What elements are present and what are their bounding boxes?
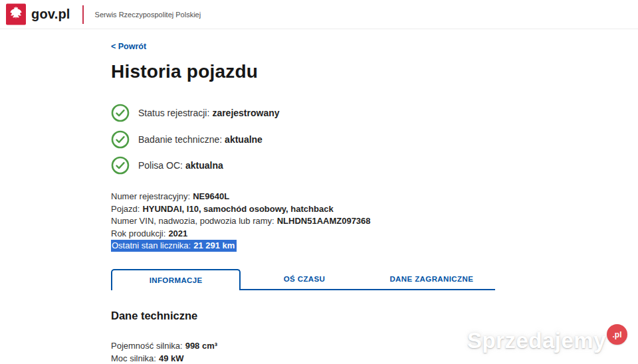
tech-value: 49 kW — [159, 353, 184, 363]
detail-value: 2021 — [168, 228, 187, 238]
tech-label: Pojemność silnika: — [111, 341, 183, 351]
check-circle-icon — [111, 104, 130, 122]
detail-production-year: Rok produkcji:2021 — [111, 228, 495, 240]
tab-os-czasu[interactable]: OŚ CZASU — [241, 269, 368, 290]
govpl-logo[interactable]: gov.pl — [0, 3, 70, 25]
tab-dane-zagraniczne[interactable]: DANE ZAGRANICZNE — [368, 269, 495, 290]
tab-bar: INFORMACJE OŚ CZASU DANE ZAGRANICZNE — [111, 269, 495, 290]
main-content: < Powrót Historia pojazdu Status rejestr… — [111, 29, 495, 364]
detail-label: Pojazd: — [111, 204, 140, 214]
status-value: aktualna — [185, 160, 223, 171]
tech-engine-capacity: Pojemność silnika:998 cm³ — [111, 339, 495, 352]
status-label: Badanie techniczne: — [138, 134, 222, 145]
status-registration: Status rejestracji:zarejestrowany — [111, 104, 495, 122]
detail-value: NE9640L — [193, 191, 229, 201]
top-header: gov.pl Serwis Rzeczypospolitej Polskiej — [0, 0, 638, 29]
status-value: zarejestrowany — [212, 108, 279, 118]
status-text: Status rejestracji:zarejestrowany — [138, 108, 280, 118]
selected-text: Ostatni stan licznika:21 291 km — [111, 240, 237, 252]
status-text: Badanie techniczne:aktualne — [138, 134, 263, 145]
detail-vehicle: Pojazd:HYUNDAI, I10, samochód osobowy, h… — [111, 203, 495, 216]
detail-odometer: Ostatni stan licznika:21 291 km — [111, 240, 495, 252]
header-divider — [82, 5, 84, 24]
vehicle-details: Numer rejestracyjny:NE9640L Pojazd:HYUND… — [111, 191, 495, 252]
tech-label: Moc silnika: — [111, 353, 156, 363]
tab-informacje[interactable]: INFORMACJE — [111, 269, 241, 290]
detail-vin: Numer VIN, nadwozia, podwozia lub ramy:N… — [111, 215, 495, 228]
status-insurance: Polisa OC:aktualna — [111, 156, 495, 175]
status-label: Status rejestracji: — [138, 108, 209, 118]
detail-label: Rok produkcji: — [111, 228, 165, 238]
detail-registration-number: Numer rejestracyjny:NE9640L — [111, 191, 495, 203]
watermark-pl-badge: .pl — [607, 324, 627, 345]
polish-eagle-icon — [6, 3, 26, 25]
page-title: Historia pojazdu — [111, 61, 495, 82]
check-circle-icon — [111, 156, 130, 175]
status-label: Polisa OC: — [138, 160, 183, 171]
technical-data-list: Pojemność silnika:998 cm³ Moc silnika:49… — [111, 339, 495, 364]
detail-label: Ostatni stan licznika: — [112, 240, 191, 250]
status-inspection: Badanie techniczne:aktualne — [111, 130, 495, 149]
detail-label: Numer rejestracyjny: — [111, 191, 190, 201]
check-circle-icon — [111, 130, 130, 149]
status-list: Status rejestracji:zarejestrowany Badani… — [111, 104, 495, 175]
detail-value: 21 291 km — [193, 240, 235, 250]
status-text: Polisa OC:aktualna — [138, 160, 223, 171]
brand-name[interactable]: gov.pl — [31, 7, 70, 22]
detail-label: Numer VIN, nadwozia, podwozia lub ramy: — [111, 216, 274, 226]
tech-engine-power: Moc silnika:49 kW — [111, 352, 495, 364]
technical-data-heading: Dane techniczne — [111, 310, 495, 322]
back-link[interactable]: < Powrót — [111, 42, 146, 51]
status-value: aktualne — [225, 134, 263, 145]
page: gov.pl Serwis Rzeczypospolitej Polskiej … — [0, 0, 638, 364]
detail-value: NLHDN51AAMZ097368 — [277, 216, 371, 226]
detail-value: HYUNDAI, I10, samochód osobowy, hatchbac… — [142, 204, 333, 214]
header-tagline: Serwis Rzeczypospolitej Polskiej — [95, 11, 201, 19]
tech-value: 998 cm³ — [185, 341, 217, 351]
